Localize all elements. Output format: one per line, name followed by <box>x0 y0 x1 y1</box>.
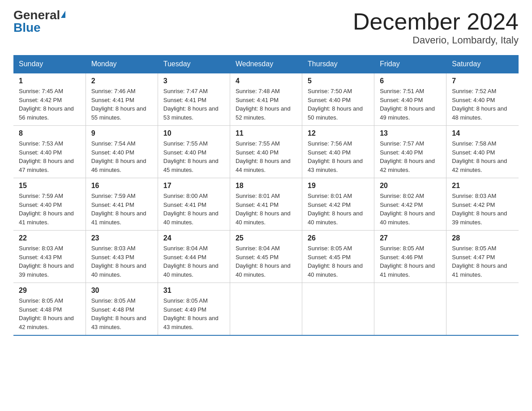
calendar-cell: 10Sunrise: 7:55 AMSunset: 4:40 PMDayligh… <box>158 126 230 178</box>
calendar-cell: 18Sunrise: 8:01 AMSunset: 4:41 PMDayligh… <box>230 178 302 231</box>
day-info: Sunrise: 8:05 AMSunset: 4:49 PMDaylight:… <box>163 296 224 331</box>
calendar-cell: 19Sunrise: 8:01 AMSunset: 4:42 PMDayligh… <box>302 178 374 231</box>
day-info: Sunrise: 8:05 AMSunset: 4:45 PMDaylight:… <box>308 244 369 279</box>
day-info: Sunrise: 8:03 AMSunset: 4:43 PMDaylight:… <box>19 244 80 279</box>
calendar-cell: 20Sunrise: 8:02 AMSunset: 4:42 PMDayligh… <box>374 178 446 231</box>
day-number: 29 <box>19 287 80 295</box>
day-number: 23 <box>91 234 152 242</box>
calendar-cell: 8Sunrise: 7:53 AMSunset: 4:40 PMDaylight… <box>13 126 86 178</box>
day-number: 28 <box>452 234 513 242</box>
day-info: Sunrise: 7:59 AMSunset: 4:41 PMDaylight:… <box>91 192 152 227</box>
day-info: Sunrise: 8:01 AMSunset: 4:42 PMDaylight:… <box>308 192 369 227</box>
day-info: Sunrise: 8:04 AMSunset: 4:44 PMDaylight:… <box>163 244 224 279</box>
calendar-table: SundayMondayTuesdayWednesdayThursdayFrid… <box>13 55 519 336</box>
day-info: Sunrise: 8:05 AMSunset: 4:48 PMDaylight:… <box>91 296 152 331</box>
day-number: 10 <box>163 129 224 137</box>
day-number: 7 <box>452 77 513 85</box>
day-number: 24 <box>163 234 224 242</box>
page-header: General Blue December 2024 Daverio, Lomb… <box>13 9 519 46</box>
calendar-cell: 14Sunrise: 7:58 AMSunset: 4:40 PMDayligh… <box>446 126 519 178</box>
day-info: Sunrise: 7:45 AMSunset: 4:42 PMDaylight:… <box>19 87 80 122</box>
day-info: Sunrise: 7:46 AMSunset: 4:41 PMDaylight:… <box>91 87 152 122</box>
header-thursday: Thursday <box>302 56 374 73</box>
week-row-3: 15Sunrise: 7:59 AMSunset: 4:40 PMDayligh… <box>13 178 519 231</box>
day-info: Sunrise: 7:48 AMSunset: 4:41 PMDaylight:… <box>236 87 296 122</box>
calendar-cell: 2Sunrise: 7:46 AMSunset: 4:41 PMDaylight… <box>86 73 158 126</box>
calendar-cell: 21Sunrise: 8:03 AMSunset: 4:42 PMDayligh… <box>446 178 519 231</box>
calendar-cell: 11Sunrise: 7:55 AMSunset: 4:40 PMDayligh… <box>230 126 302 178</box>
calendar-cell: 27Sunrise: 8:05 AMSunset: 4:46 PMDayligh… <box>374 231 446 283</box>
day-number: 4 <box>236 77 296 85</box>
header-wednesday: Wednesday <box>230 56 302 73</box>
day-info: Sunrise: 8:05 AMSunset: 4:46 PMDaylight:… <box>380 244 441 279</box>
day-number: 25 <box>236 234 296 242</box>
day-number: 30 <box>91 287 152 295</box>
calendar-cell: 1Sunrise: 7:45 AMSunset: 4:42 PMDaylight… <box>13 73 86 126</box>
day-number: 2 <box>91 77 152 85</box>
day-info: Sunrise: 7:55 AMSunset: 4:40 PMDaylight:… <box>236 139 296 174</box>
day-info: Sunrise: 8:02 AMSunset: 4:42 PMDaylight:… <box>380 192 441 227</box>
header-tuesday: Tuesday <box>158 56 230 73</box>
day-number: 3 <box>163 77 224 85</box>
calendar-cell: 7Sunrise: 7:52 AMSunset: 4:40 PMDaylight… <box>446 73 519 126</box>
day-info: Sunrise: 7:58 AMSunset: 4:40 PMDaylight:… <box>452 139 513 174</box>
calendar-cell: 12Sunrise: 7:56 AMSunset: 4:40 PMDayligh… <box>302 126 374 178</box>
calendar-cell: 3Sunrise: 7:47 AMSunset: 4:41 PMDaylight… <box>158 73 230 126</box>
day-info: Sunrise: 8:01 AMSunset: 4:41 PMDaylight:… <box>236 192 296 227</box>
calendar-cell: 15Sunrise: 7:59 AMSunset: 4:40 PMDayligh… <box>13 178 86 231</box>
day-number: 14 <box>452 129 513 137</box>
calendar-cell <box>230 283 302 336</box>
day-info: Sunrise: 7:57 AMSunset: 4:40 PMDaylight:… <box>380 139 441 174</box>
day-info: Sunrise: 7:56 AMSunset: 4:40 PMDaylight:… <box>308 139 369 174</box>
day-number: 11 <box>236 129 296 137</box>
header-friday: Friday <box>374 56 446 73</box>
calendar-cell: 28Sunrise: 8:05 AMSunset: 4:47 PMDayligh… <box>446 231 519 283</box>
day-number: 21 <box>452 182 513 190</box>
title-block: December 2024 Daverio, Lombardy, Italy <box>353 9 519 46</box>
calendar-cell: 17Sunrise: 8:00 AMSunset: 4:41 PMDayligh… <box>158 178 230 231</box>
header-saturday: Saturday <box>446 56 519 73</box>
day-info: Sunrise: 8:00 AMSunset: 4:41 PMDaylight:… <box>163 192 224 227</box>
day-number: 15 <box>19 182 80 190</box>
calendar-cell <box>302 283 374 336</box>
day-info: Sunrise: 7:47 AMSunset: 4:41 PMDaylight:… <box>163 87 224 122</box>
calendar-cell: 29Sunrise: 8:05 AMSunset: 4:48 PMDayligh… <box>13 283 86 336</box>
day-number: 16 <box>91 182 152 190</box>
calendar-cell: 9Sunrise: 7:54 AMSunset: 4:40 PMDaylight… <box>86 126 158 178</box>
calendar-subtitle: Daverio, Lombardy, Italy <box>353 34 519 46</box>
week-row-1: 1Sunrise: 7:45 AMSunset: 4:42 PMDaylight… <box>13 73 519 126</box>
day-number: 18 <box>236 182 296 190</box>
logo-blue-text: Blue <box>13 21 41 34</box>
logo: General Blue <box>13 9 65 34</box>
day-number: 26 <box>308 234 369 242</box>
calendar-cell: 13Sunrise: 7:57 AMSunset: 4:40 PMDayligh… <box>374 126 446 178</box>
calendar-cell: 4Sunrise: 7:48 AMSunset: 4:41 PMDaylight… <box>230 73 302 126</box>
calendar-cell <box>446 283 519 336</box>
header-sunday: Sunday <box>13 56 86 73</box>
header-monday: Monday <box>86 56 158 73</box>
week-row-2: 8Sunrise: 7:53 AMSunset: 4:40 PMDaylight… <box>13 126 519 178</box>
calendar-cell: 24Sunrise: 8:04 AMSunset: 4:44 PMDayligh… <box>158 231 230 283</box>
calendar-cell: 31Sunrise: 8:05 AMSunset: 4:49 PMDayligh… <box>158 283 230 336</box>
calendar-cell <box>374 283 446 336</box>
day-number: 19 <box>308 182 369 190</box>
calendar-header-row: SundayMondayTuesdayWednesdayThursdayFrid… <box>13 56 519 73</box>
day-number: 27 <box>380 234 441 242</box>
calendar-cell: 16Sunrise: 7:59 AMSunset: 4:41 PMDayligh… <box>86 178 158 231</box>
day-number: 1 <box>19 77 80 85</box>
day-number: 22 <box>19 234 80 242</box>
day-info: Sunrise: 7:53 AMSunset: 4:40 PMDaylight:… <box>19 139 80 174</box>
day-info: Sunrise: 7:50 AMSunset: 4:40 PMDaylight:… <box>308 87 369 122</box>
day-info: Sunrise: 7:55 AMSunset: 4:40 PMDaylight:… <box>163 139 224 174</box>
logo-triangle-icon <box>61 11 65 18</box>
calendar-cell: 6Sunrise: 7:51 AMSunset: 4:40 PMDaylight… <box>374 73 446 126</box>
calendar-cell: 23Sunrise: 8:03 AMSunset: 4:43 PMDayligh… <box>86 231 158 283</box>
day-number: 13 <box>380 129 441 137</box>
week-row-4: 22Sunrise: 8:03 AMSunset: 4:43 PMDayligh… <box>13 231 519 283</box>
day-number: 17 <box>163 182 224 190</box>
day-info: Sunrise: 7:51 AMSunset: 4:40 PMDaylight:… <box>380 87 441 122</box>
day-info: Sunrise: 8:03 AMSunset: 4:42 PMDaylight:… <box>452 192 513 227</box>
day-info: Sunrise: 7:59 AMSunset: 4:40 PMDaylight:… <box>19 192 80 227</box>
day-number: 20 <box>380 182 441 190</box>
day-number: 12 <box>308 129 369 137</box>
